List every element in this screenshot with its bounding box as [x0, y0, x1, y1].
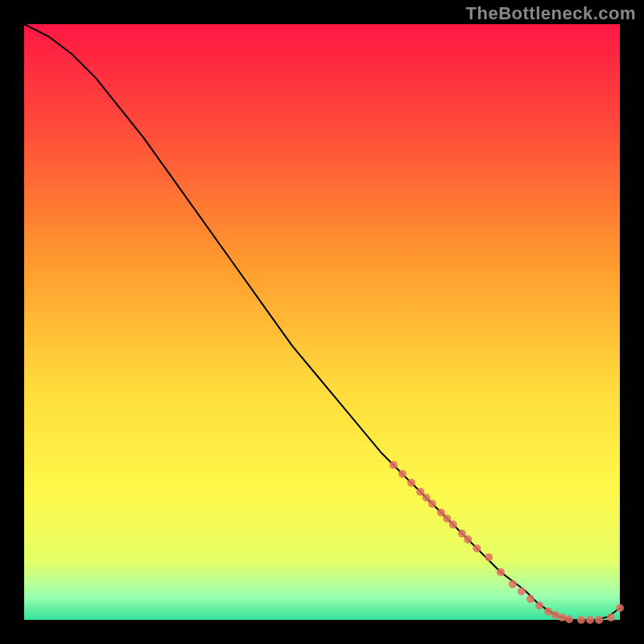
scatter-point: [464, 535, 472, 543]
scatter-point: [390, 461, 398, 469]
scatter-point: [526, 595, 535, 603]
scatter-point: [458, 530, 466, 538]
scatter-point: [558, 613, 566, 621]
scatter-point: [518, 587, 526, 595]
scatter-point: [607, 613, 615, 621]
watermark-text: TheBottleneck.com: [466, 3, 636, 24]
scatter-point: [595, 616, 603, 624]
scatter-point: [509, 580, 517, 588]
scatter-point: [428, 500, 436, 508]
chart-stage: TheBottleneck.com: [0, 0, 644, 644]
scatter-point: [544, 608, 552, 616]
scatter-point: [407, 479, 415, 487]
bottleneck-chart: [0, 0, 644, 644]
scatter-point: [586, 616, 594, 624]
scatter-point: [497, 568, 505, 576]
scatter-point: [535, 601, 543, 609]
scatter-point: [416, 488, 424, 496]
scatter-point: [616, 604, 624, 612]
scatter-point: [565, 615, 573, 623]
scatter-point: [473, 544, 481, 552]
scatter-point: [443, 514, 451, 522]
scatter-point: [437, 509, 445, 517]
plot-background: [24, 24, 620, 620]
scatter-point: [485, 553, 493, 561]
scatter-point: [398, 470, 407, 478]
scatter-point: [577, 616, 585, 624]
scatter-point: [423, 493, 431, 502]
scatter-point: [449, 521, 457, 529]
